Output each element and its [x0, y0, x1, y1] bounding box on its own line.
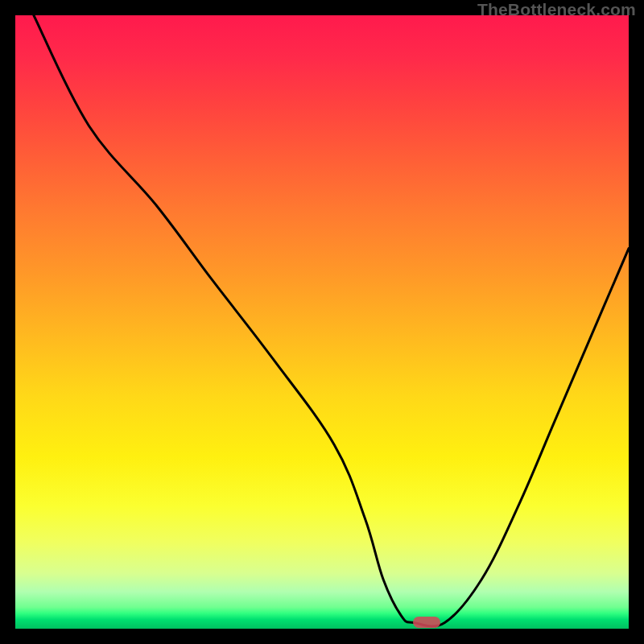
plot-area [15, 15, 629, 629]
curve-path [34, 15, 629, 626]
chart-container: TheBottleneck.com [0, 0, 644, 644]
bottleneck-curve [15, 15, 629, 629]
watermark-text: TheBottleneck.com [477, 0, 636, 19]
optimal-marker [413, 617, 440, 628]
